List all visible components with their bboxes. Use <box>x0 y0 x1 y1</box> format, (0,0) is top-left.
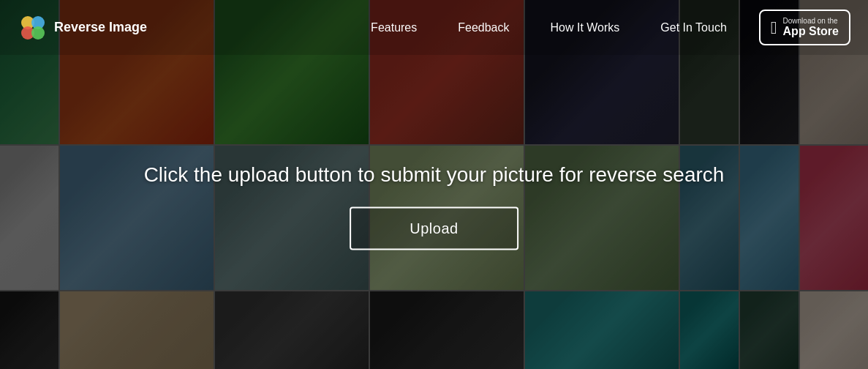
nav-links: Features Feedback How It Works Get In To… <box>350 0 850 55</box>
svg-point-3 <box>31 26 45 40</box>
hero-title: Click the upload button to submit your p… <box>144 163 725 187</box>
logo-icon <box>18 12 48 43</box>
logo-text: Reverse Image <box>54 20 147 35</box>
nav-item-get-in-touch[interactable]: Get In Touch <box>640 0 747 55</box>
nav-item-features[interactable]: Features <box>350 0 437 55</box>
app-store-button[interactable]:  Download on the App Store <box>759 10 850 45</box>
nav-item-feedback[interactable]: Feedback <box>437 0 529 55</box>
navbar: Reverse Image Features Feedback How It W… <box>0 0 868 55</box>
app-store-text: Download on the App Store <box>783 17 839 38</box>
upload-button[interactable]: Upload <box>350 207 518 250</box>
nav-item-how-it-works[interactable]: How It Works <box>530 0 641 55</box>
logo-link[interactable]: Reverse Image <box>18 12 147 43</box>
apple-icon:  <box>771 19 777 37</box>
hero-content: Click the upload button to submit your p… <box>144 163 725 250</box>
